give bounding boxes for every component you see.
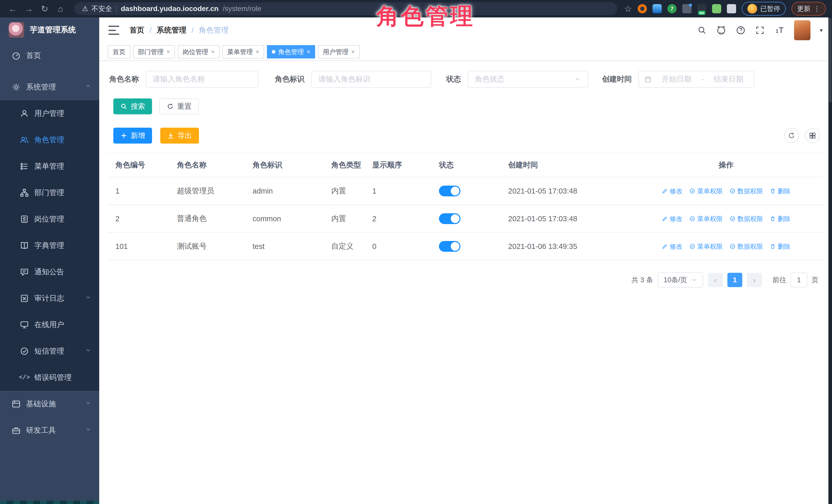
sidebar-item-departments[interactable]: 部门管理 — [0, 180, 99, 206]
font-size-icon[interactable] — [774, 25, 785, 35]
sidebar-item-system[interactable]: 系统管理 — [0, 74, 99, 100]
menu-permission-link[interactable]: 菜单权限 — [689, 215, 723, 223]
end-date-input[interactable]: 结束日期 — [708, 74, 749, 84]
role-name-input[interactable]: 请输入角色名称 — [146, 71, 258, 88]
date-range-picker[interactable]: 开始日期 - 结束日期 — [639, 71, 754, 88]
sidebar-item-dictionary[interactable]: 字典管理 — [0, 232, 99, 259]
status-select[interactable]: 角色状态 — [468, 71, 588, 88]
calendar-icon — [644, 75, 652, 83]
extension-icon-orange[interactable] — [638, 4, 647, 13]
prev-page-button[interactable]: ‹ — [708, 273, 723, 287]
close-tab-icon[interactable]: × — [351, 48, 355, 55]
sidebar-item-users[interactable]: 用户管理 — [0, 100, 99, 127]
download-icon — [167, 132, 174, 139]
sidebar-item-sms[interactable]: 短信管理 — [0, 338, 99, 364]
close-tab-icon[interactable]: × — [166, 48, 170, 55]
status-toggle[interactable] — [439, 186, 461, 196]
scrollbar-thumb[interactable] — [829, 18, 831, 103]
sidebar-item-posts[interactable]: 岗位管理 — [0, 206, 99, 232]
close-tab-icon[interactable]: × — [307, 48, 310, 55]
sidebar-item-online-users[interactable]: 在线用户 — [0, 312, 99, 338]
github-icon[interactable] — [716, 25, 726, 35]
profile-paused-chip[interactable]: 已暂停 — [742, 2, 786, 16]
search-icon[interactable] — [697, 25, 707, 35]
sidebar-item-notices[interactable]: 通知公告 — [0, 259, 99, 285]
sidebar-item-home[interactable]: 首页 — [0, 42, 99, 69]
extensions-puzzle-icon[interactable] — [727, 4, 736, 13]
data-permission-link[interactable]: 数据权限 — [729, 187, 763, 195]
current-page-button[interactable]: 1 — [727, 273, 742, 287]
user-avatar[interactable] — [794, 20, 810, 40]
sidebar-item-roles[interactable]: 角色管理 — [0, 127, 99, 153]
breadcrumb-home[interactable]: 首页 — [129, 25, 144, 35]
tab-departments[interactable]: 部门管理× — [133, 45, 175, 58]
tab-home[interactable]: 首页 — [108, 45, 130, 58]
browser-forward-icon[interactable]: → — [22, 4, 35, 14]
browser-home-icon[interactable]: ⌂ — [54, 4, 67, 14]
column-settings-button[interactable] — [805, 128, 820, 143]
breadcrumb-system[interactable]: 系统管理 — [157, 25, 186, 35]
bookmark-star-icon[interactable]: ☆ — [624, 4, 632, 14]
delete-link[interactable]: 删除 — [770, 242, 790, 251]
extension-icon-blue[interactable] — [652, 4, 662, 13]
reset-button[interactable]: 重置 — [159, 99, 199, 114]
app-logo-row[interactable]: 芋道管理系统 — [0, 18, 99, 42]
edit-link[interactable]: 修改 — [662, 215, 682, 223]
delete-link[interactable]: 删除 — [770, 187, 790, 195]
tab-menus[interactable]: 菜单管理× — [222, 45, 264, 58]
chrome-menu-icon[interactable]: ⋮ — [813, 5, 820, 13]
close-tab-icon[interactable]: × — [211, 48, 215, 55]
browser-back-icon[interactable]: ← — [6, 4, 20, 14]
export-button[interactable]: 导出 — [160, 128, 199, 143]
status-toggle[interactable] — [439, 241, 461, 252]
sidebar-item-audit-logs[interactable]: 审计日志 — [0, 285, 99, 312]
extension-icon-grid[interactable] — [682, 4, 692, 13]
data-permission-link[interactable]: 数据权限 — [729, 215, 763, 223]
url-bar[interactable]: ⚠ 不安全 dashboard.yudao.iocoder.cn /system… — [74, 2, 617, 15]
menu-permission-link[interactable]: 菜单权限 — [689, 242, 723, 251]
tab-roles[interactable]: 角色管理× — [267, 45, 315, 58]
edit-link[interactable]: 修改 — [662, 187, 682, 195]
data-permission-link[interactable]: 数据权限 — [729, 242, 763, 251]
sidebar-item-menus[interactable]: 菜单管理 — [0, 153, 99, 180]
browser-reload-icon[interactable]: ↻ — [38, 4, 51, 14]
col-operations: 操作 — [629, 153, 824, 177]
role-key-input[interactable]: 请输入角色标识 — [311, 71, 431, 88]
circle-check-icon — [729, 216, 735, 222]
logo-image — [9, 22, 24, 38]
refresh-table-button[interactable] — [784, 128, 799, 143]
circle-check-icon — [689, 216, 695, 222]
goto-page-input[interactable]: 1 — [790, 272, 807, 287]
sidebar-item-error-codes[interactable]: </> 错误码管理 — [0, 364, 99, 391]
start-date-input[interactable]: 开始日期 — [656, 74, 697, 84]
search-button[interactable]: 搜索 — [113, 99, 152, 114]
edit-link[interactable]: 修改 — [662, 242, 682, 251]
chrome-update-button[interactable]: 更新 ⋮ — [791, 2, 826, 16]
tab-users[interactable]: 用户管理× — [318, 45, 360, 58]
sidebar-item-dev-tools[interactable]: 研发工具 — [0, 417, 99, 444]
security-warning[interactable]: ⚠ 不安全 — [82, 4, 112, 13]
extension-icon-green[interactable] — [712, 4, 721, 13]
avatar-caret-icon[interactable]: ▾ — [820, 27, 823, 34]
menu-permission-link[interactable]: 菜单权限 — [689, 187, 723, 195]
tab-posts[interactable]: 岗位管理× — [178, 45, 219, 58]
hamburger-icon[interactable] — [108, 26, 119, 35]
extension-icon-seven[interactable]: 7 — [668, 4, 677, 13]
extension-icon-switch[interactable]: on — [697, 4, 706, 13]
close-tab-icon[interactable]: × — [256, 48, 259, 55]
role-page: 角色名称 请输入角色名称 角色标识 请输入角色标识 状态 角色状态 创建时间 开… — [99, 61, 832, 504]
sidebar-item-infrastructure[interactable]: 基础设施 — [0, 391, 99, 417]
status-toggle[interactable] — [439, 213, 461, 224]
warning-icon: ⚠ — [82, 5, 88, 13]
fullscreen-icon[interactable] — [755, 25, 765, 35]
browser-scrollbar[interactable] — [828, 18, 832, 504]
delete-link[interactable]: 删除 — [770, 215, 790, 223]
help-icon[interactable] — [735, 25, 746, 35]
on-badge: on — [698, 11, 705, 15]
page-size-select[interactable]: 10条/页 — [658, 272, 703, 288]
add-button[interactable]: 新增 — [113, 128, 152, 143]
next-page-button[interactable]: › — [747, 273, 762, 287]
cell-created: 2021-01-05 17:03:48 — [500, 205, 629, 233]
trash-icon — [770, 243, 776, 249]
pagination: 共 3 条 10条/页 ‹ 1 › 前往 1 页 — [108, 272, 824, 288]
